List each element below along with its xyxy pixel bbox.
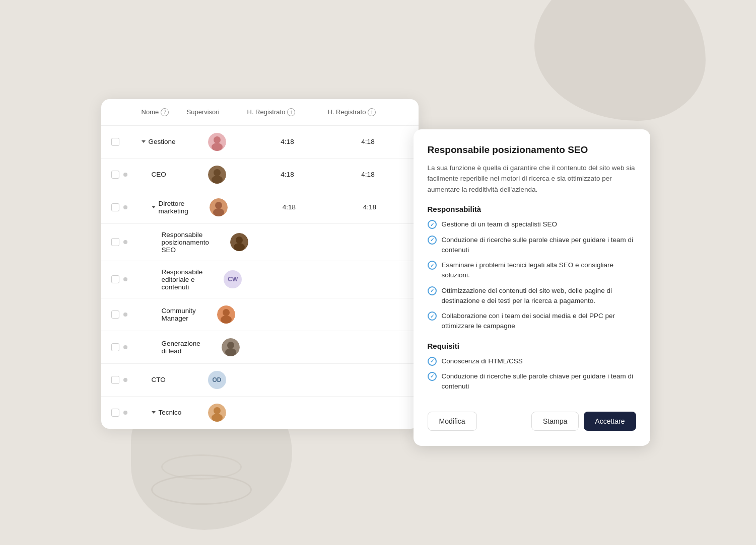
detail-title: Responsabile posizionamento SEO — [428, 144, 636, 155]
row-name-cto: CTO — [142, 376, 187, 383]
list-item: Esaminare i problemi tecnici legati alla… — [428, 260, 636, 281]
table-row: Direttore marketing 4:18 4:18 — [101, 191, 419, 224]
svg-point-4 — [214, 169, 221, 176]
row-check — [111, 275, 142, 283]
row-check — [111, 343, 142, 351]
list-item: Ottimizzazione dei contenuti del sito we… — [428, 286, 636, 306]
check-icon — [428, 236, 437, 245]
row-name-ceo: CEO — [142, 171, 187, 178]
status-dot — [123, 313, 127, 317]
status-dot — [123, 240, 127, 244]
svg-point-10 — [236, 237, 243, 244]
svg-point-16 — [227, 342, 234, 349]
detail-footer: Modifica Stampa Accettare — [428, 404, 636, 431]
status-dot — [123, 345, 127, 349]
avatar — [208, 166, 226, 184]
chevron-down-icon[interactable] — [142, 140, 146, 143]
table-row: Responsabile editoriale e contenuti CW — [101, 261, 419, 298]
row-check — [111, 138, 142, 146]
h-reg1-plus-icon[interactable]: + — [287, 108, 295, 116]
footer-right-buttons: Stampa Accettare — [531, 412, 636, 431]
row-name-direttore: Direttore marketing — [142, 200, 188, 215]
svg-point-13 — [223, 309, 230, 316]
avatar-initials: CW — [224, 270, 242, 288]
status-dot — [123, 411, 127, 415]
svg-point-11 — [234, 243, 245, 251]
avatar-initials: OD — [208, 371, 226, 389]
time-cell: 4:18 — [249, 203, 329, 211]
row-name-resp-seo: Responsabile posizionamento SEO — [142, 231, 210, 254]
time-cell: 4:18 — [247, 171, 328, 178]
list-item: Collaborazione con i team dei social med… — [428, 311, 636, 332]
check-icon — [428, 261, 437, 270]
stampa-button[interactable]: Stampa — [531, 412, 579, 431]
row-name-community: Community Manager — [142, 307, 196, 322]
svg-point-5 — [212, 176, 223, 184]
status-dot — [123, 173, 127, 177]
row-name-generazione: Generazione di lead — [142, 340, 200, 355]
row-name-tecnico: Tecnico — [142, 409, 187, 416]
time-cell: 4:18 — [247, 138, 328, 145]
row-name-gestione: Gestione — [142, 138, 187, 145]
row-check — [111, 171, 142, 179]
accettare-button[interactable]: Accettare — [584, 412, 636, 431]
row-name-resp-editoriale: Responsabile editoriale e contenuti — [142, 268, 203, 291]
check-icon — [428, 357, 437, 366]
row-checkbox[interactable] — [111, 238, 119, 246]
svg-point-8 — [213, 208, 224, 216]
nome-info-icon[interactable]: ? — [161, 108, 169, 116]
col-nome: Nome ? — [142, 108, 187, 116]
avatar — [230, 233, 248, 251]
svg-point-2 — [212, 143, 223, 151]
svg-point-17 — [225, 348, 236, 356]
check-icon — [428, 286, 437, 295]
avatar — [208, 404, 226, 422]
status-dot — [123, 378, 127, 382]
table-row: Community Manager — [101, 298, 419, 331]
list-item: Conduzione di ricerche sulle parole chia… — [428, 371, 636, 392]
h-reg2-plus-icon[interactable]: + — [368, 108, 376, 116]
row-check — [111, 376, 142, 384]
table-header: Nome ? Supervisori H. Registrato + H. Re… — [101, 99, 419, 126]
row-check — [111, 203, 142, 211]
svg-point-7 — [215, 202, 222, 209]
row-checkbox[interactable] — [111, 343, 119, 351]
responsibilities-list: Gestione di un team di specialisti SEO C… — [428, 219, 636, 331]
avatar — [217, 305, 235, 324]
avatar — [222, 338, 240, 356]
avatar — [210, 198, 228, 216]
responsibilities-title: Responsabilità — [428, 205, 636, 213]
list-item: Conoscenza di HTML/CSS — [428, 356, 636, 366]
row-checkbox[interactable] — [111, 275, 119, 283]
row-checkbox[interactable] — [111, 310, 119, 319]
avatar — [208, 133, 226, 151]
status-dot — [123, 277, 127, 281]
col-h-reg2: H. Registrato + — [328, 108, 408, 116]
svg-point-20 — [212, 414, 223, 422]
check-icon — [428, 312, 437, 321]
list-item: Conduzione di ricerche sulle parole chia… — [428, 235, 636, 256]
row-checkbox[interactable] — [111, 171, 119, 179]
chevron-down-icon[interactable] — [152, 206, 156, 208]
table-row: Generazione di lead — [101, 331, 419, 364]
table-row: Responsabile posizionamento SEO — [101, 224, 419, 261]
col-h-reg1: H. Registrato + — [247, 108, 328, 116]
requisiti-title: Requisiti — [428, 342, 636, 350]
col-supervisori: Supervisori — [187, 108, 247, 116]
row-checkbox[interactable] — [111, 138, 119, 146]
row-check — [111, 310, 142, 319]
chevron-down-icon[interactable] — [152, 411, 156, 414]
time-cell: 4:18 — [329, 203, 410, 211]
row-checkbox[interactable] — [111, 376, 119, 384]
row-checkbox[interactable] — [111, 203, 119, 211]
detail-description: La sua funzione è quella di garantire ch… — [428, 163, 636, 195]
table-row: CEO 4:18 4:18 — [101, 159, 419, 191]
svg-point-19 — [214, 407, 221, 414]
list-item: Gestione di un team di specialisti SEO — [428, 219, 636, 229]
table-row: Gestione 4:18 4:18 — [101, 126, 419, 159]
requisiti-list: Conoscenza di HTML/CSS Conduzione di ric… — [428, 356, 636, 392]
status-dot — [123, 205, 127, 209]
row-checkbox[interactable] — [111, 409, 119, 417]
svg-point-1 — [214, 136, 221, 143]
modifica-button[interactable]: Modifica — [428, 412, 477, 431]
